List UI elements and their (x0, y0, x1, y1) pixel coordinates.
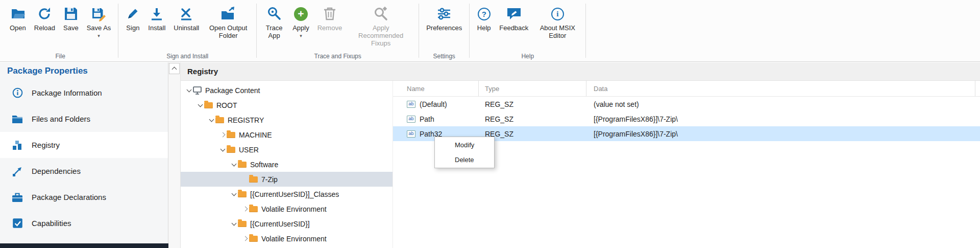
save-button[interactable]: Save (60, 4, 82, 33)
tree-item-volatile-environment-2[interactable]: Volatile Environment (181, 231, 393, 246)
table-row[interactable]: Path REG_SZ [{ProgramFilesX86}]\7-Zip\ (393, 111, 980, 126)
apply-recommended-fixups-button[interactable]: Apply Recommended Fixups (347, 4, 415, 48)
sidebar-item-capabilities[interactable]: Capabilities (0, 210, 168, 236)
chevron-collapsed-icon[interactable] (241, 237, 249, 240)
sidebar-item-package-information[interactable]: Package Information (0, 80, 168, 106)
table-row[interactable]: (Default) REG_SZ (value not set) (393, 97, 980, 111)
remove-label: Remove (317, 24, 342, 32)
reload-icon (37, 5, 52, 23)
tree-item-package-content[interactable]: Package Content (181, 83, 393, 98)
tree-item-volatile-environment[interactable]: Volatile Environment (181, 201, 393, 216)
ribbon-separator (118, 4, 118, 58)
tree-item-label: Volatile Environment (261, 205, 327, 213)
folder-icon (238, 221, 247, 227)
uninstall-button[interactable]: Uninstall (170, 4, 203, 33)
page-title: Registry (181, 62, 980, 81)
registry-page: Registry Package Content ROOT REGISTRY (181, 62, 980, 248)
folder-icon (238, 191, 247, 197)
sign-button[interactable]: Sign (122, 4, 143, 33)
folder-icon (227, 132, 235, 138)
ribbon-group-label: Help (470, 53, 585, 60)
ribbon-group-trace-and-fixups: Trace App Apply Remove Apply Recommended… (257, 0, 418, 61)
tree-item-software[interactable]: Software (181, 157, 393, 172)
tree-item-label: [{CurrentUserSID}]_Classes (250, 190, 339, 198)
dropdown-arrow-icon[interactable] (97, 33, 100, 38)
registry-tree: Package Content ROOT REGISTRY MACHINE (181, 81, 393, 248)
open-button[interactable]: Open (6, 4, 30, 33)
pen-icon (126, 5, 140, 23)
folder-icon (238, 162, 247, 168)
download-arrow-icon (150, 5, 164, 23)
chevron-expanded-icon[interactable] (230, 164, 238, 166)
remove-button[interactable]: Remove (314, 4, 346, 33)
tree-item-7zip[interactable]: 7-Zip (181, 172, 393, 187)
folder-icon (204, 102, 213, 108)
feedback-label: Feedback (499, 24, 528, 32)
tree-item-user[interactable]: USER (181, 142, 393, 157)
reload-button[interactable]: Reload (31, 4, 59, 33)
sidebar-item-package-declarations[interactable]: Package Declarations (0, 184, 168, 210)
reg-string-icon (407, 101, 415, 108)
tree-item-currentusersid-classes[interactable]: [{CurrentUserSID}]_Classes (181, 187, 393, 201)
tree-item-label: REGISTRY (228, 116, 264, 124)
folder-icon (249, 176, 258, 183)
help-label: Help (477, 24, 491, 32)
trace-app-label: Trace App (264, 24, 284, 39)
value-name: (Default) (420, 100, 447, 108)
chevron-expanded-icon[interactable] (230, 193, 238, 195)
chevron-expanded-icon[interactable] (218, 149, 227, 151)
tree-item-currentusersid[interactable]: [{CurrentUserSID}] (181, 216, 393, 231)
chevron-expanded-icon[interactable] (207, 119, 215, 121)
column-header-name[interactable]: Name (393, 81, 479, 96)
dropdown-arrow-icon[interactable] (300, 33, 302, 38)
save-label: Save (63, 24, 79, 32)
info-circle-icon (551, 5, 564, 23)
chevron-up-icon (172, 67, 177, 72)
install-button[interactable]: Install (144, 4, 169, 33)
briefcase-icon (11, 192, 23, 202)
trace-app-button[interactable]: Trace App (260, 4, 288, 40)
save-as-button[interactable]: Save As (83, 4, 115, 39)
ribbon-group-settings: Preferences Settings (420, 0, 469, 61)
package-properties-sidebar: Package Properties Package Information F… (0, 62, 168, 248)
column-header-type[interactable]: Type (479, 81, 586, 96)
ribbon-group-label: File (3, 53, 117, 60)
speech-bubble-icon (506, 5, 522, 23)
chevron-expanded-icon[interactable] (196, 104, 204, 106)
about-msix-editor-button[interactable]: About MSIX Editor (533, 4, 582, 40)
chevron-expanded-icon[interactable] (230, 223, 238, 225)
tree-item-root[interactable]: ROOT (181, 98, 393, 112)
feedback-button[interactable]: Feedback (496, 4, 532, 33)
magnifier-eye-icon (266, 5, 282, 23)
sidebar-item-label: Capabilities (32, 219, 71, 228)
registry-blocks-icon (11, 140, 23, 150)
menu-item-modify[interactable]: Modify (435, 138, 494, 152)
preferences-button[interactable]: Preferences (423, 4, 465, 33)
folder-icon (11, 115, 23, 124)
open-output-folder-button[interactable]: Open Output Folder (204, 4, 253, 40)
help-button[interactable]: Help (473, 4, 495, 33)
chevron-collapsed-icon[interactable] (241, 207, 249, 211)
chevron-collapsed-icon[interactable] (218, 133, 227, 137)
sidebar-item-registry[interactable]: Registry (0, 132, 168, 158)
ribbon-separator (256, 4, 257, 58)
table-header: Name Type Data (393, 81, 980, 97)
sidebar-item-files-and-folders[interactable]: Files and Folders (0, 106, 168, 132)
sidebar-item-label: Files and Folders (32, 115, 90, 123)
tree-item-label: Volatile Environment (261, 235, 327, 243)
scroll-up-button[interactable] (169, 63, 180, 74)
tree-item-registry[interactable]: REGISTRY (181, 112, 393, 127)
reg-string-icon (407, 130, 415, 138)
chevron-expanded-icon[interactable] (185, 89, 193, 92)
tree-item-machine[interactable]: MACHINE (181, 127, 393, 142)
save-as-icon (91, 5, 107, 23)
vertical-scrollbar[interactable] (168, 62, 181, 248)
apply-button[interactable]: Apply (289, 4, 313, 39)
column-header-data[interactable]: Data (586, 81, 975, 96)
value-type: REG_SZ (479, 97, 586, 111)
menu-item-delete[interactable]: Delete (435, 152, 494, 167)
sidebar-item-dependencies[interactable]: Dependencies (0, 158, 168, 184)
sidebar-title: Package Properties (0, 62, 168, 80)
ribbon-group-sign-and-install: Sign Install Uninstall Open Output Folde… (119, 0, 256, 61)
trash-icon (323, 5, 336, 23)
